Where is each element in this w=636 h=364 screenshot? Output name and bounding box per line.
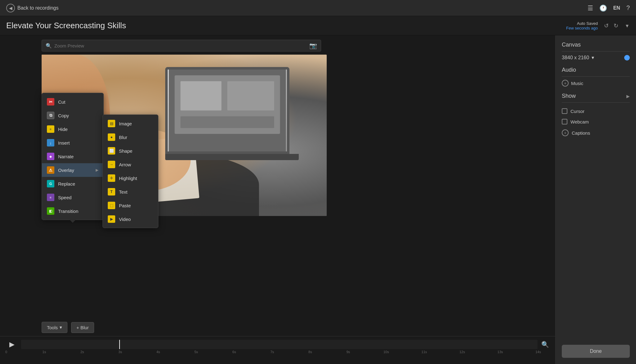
camera-icon[interactable]: 📷 [309, 42, 317, 49]
arrow-label: Arrow [119, 162, 131, 167]
right-sidebar: Canvas 3840 x 2160 ▾ Audio + Music Show … [555, 35, 636, 364]
undo-redo-group: ↺ ↻ [603, 21, 620, 30]
history-icon[interactable]: 🕐 [599, 4, 607, 12]
image-label: Image [119, 121, 132, 126]
show-expand-icon[interactable]: ▶ [626, 94, 630, 99]
tools-label: Tools [47, 325, 58, 330]
captions-add-icon: + [562, 129, 569, 136]
overlay-icon: ⚠ [47, 166, 54, 174]
captions-show-item[interactable]: + Captions [562, 127, 630, 139]
menu-item-hide[interactable]: ≡ Hide [42, 122, 103, 136]
menu-item-cut[interactable]: ✂ Cut [42, 95, 103, 109]
back-arrow-icon: ◀ [6, 4, 15, 12]
tools-button[interactable]: Tools ▾ [42, 322, 67, 333]
highlight-label: Highlight [119, 176, 137, 181]
menu-item-overlay[interactable]: ⚠ Overlay ▶ [42, 163, 103, 177]
copy-icon: ⧉ [47, 112, 54, 119]
menu-item-insert[interactable]: ↓ Insert [42, 136, 103, 150]
laptop-screen-content [168, 70, 287, 151]
paste-icon: ⬚ [108, 202, 115, 209]
done-button[interactable]: Done [562, 345, 630, 358]
blur-icon: ● [108, 133, 115, 141]
time-1s: 1s [43, 350, 46, 354]
arrow-icon: → [108, 161, 115, 168]
overlay-shape[interactable]: ⬜ Shape [103, 144, 158, 158]
expand-button[interactable]: ▾ [625, 21, 630, 30]
canvas-section-title: Canvas [562, 42, 630, 52]
center-area: 🔍 📷 [0, 35, 555, 364]
time-6s: 6s [232, 350, 236, 354]
svg-rect-4 [180, 116, 274, 128]
add-music-icon: + [562, 80, 569, 87]
main-layout: 🔍 📷 [0, 35, 636, 364]
zoom-preview-input[interactable] [54, 43, 309, 48]
laptop-screen [165, 67, 289, 154]
help-icon[interactable]: ? [626, 4, 630, 11]
menu-item-speed[interactable]: ≡ Speed [42, 191, 103, 204]
svg-rect-3 [227, 81, 274, 110]
overlay-submenu-arrow: ▶ [96, 168, 98, 172]
time-10s: 10s [384, 350, 389, 354]
paste-label: Paste [119, 203, 131, 208]
audio-section: Audio + Music [562, 67, 630, 87]
undo-button[interactable]: ↺ [603, 21, 610, 30]
timeline: ▶ 0:02.40 🔍 0 1s 2s 3s 4s 5s [0, 336, 555, 364]
playhead [119, 340, 120, 349]
language-button[interactable]: EN [613, 5, 620, 11]
menu-item-transition[interactable]: ◧ Transition [42, 204, 103, 218]
back-label: Back to recordings [17, 5, 59, 11]
time-12s: 12s [459, 350, 465, 354]
add-music-button[interactable]: + Music [562, 80, 630, 87]
insert-label: Insert [58, 140, 70, 146]
overlay-text[interactable]: T Text [103, 185, 158, 199]
overlay-blur[interactable]: ● Blur [103, 130, 158, 144]
time-4s: 4s [157, 350, 160, 354]
callout-arrow [70, 220, 76, 223]
search-bar: 🔍 📷 [42, 40, 321, 52]
highlight-icon: ✛ [108, 174, 115, 182]
overlay-video[interactable]: ▶ Video [103, 212, 158, 226]
canvas-size-selector[interactable]: 3840 x 2160 ▾ [562, 55, 630, 61]
webcam-show-item[interactable]: Webcam [562, 116, 630, 127]
back-button[interactable]: ◀ Back to recordings [6, 4, 59, 12]
text-label: Text [119, 189, 128, 195]
redo-button[interactable]: ↻ [612, 21, 620, 30]
overlay-image[interactable]: ▤ Image [103, 117, 158, 130]
overlay-paste[interactable]: ⬚ Paste [103, 199, 158, 212]
laptop [165, 67, 302, 179]
cut-icon: ✂ [47, 98, 54, 106]
menu-item-copy[interactable]: ⧉ Copy [42, 109, 103, 122]
replace-label: Replace [58, 181, 75, 186]
webcam-checkbox[interactable] [562, 119, 567, 124]
add-blur-button[interactable]: + Blur [71, 322, 94, 333]
canvas-section: Canvas 3840 x 2160 ▾ [562, 42, 630, 61]
canvas-size-arrow-icon: ▾ [592, 55, 594, 61]
blur-label: + Blur [76, 325, 89, 330]
captions-label: Captions [572, 130, 590, 136]
speed-label: Speed [58, 195, 71, 200]
menu-item-narrate[interactable]: ◈ Narrate [42, 150, 103, 163]
overlay-highlight[interactable]: ✛ Highlight [103, 171, 158, 185]
replace-icon: G [47, 180, 54, 187]
time-9s: 9s [346, 350, 350, 354]
time-0: 0 [5, 350, 7, 354]
time-3s: 3s [118, 350, 122, 354]
top-right-controls: ☰ 🕐 EN ? [588, 4, 630, 12]
time-14s: 14s [535, 350, 541, 354]
project-title: Elevate Your Screencasting Skills [6, 21, 126, 30]
menu-item-replace[interactable]: G Replace [42, 177, 103, 191]
timeline-search-icon[interactable]: 🔍 [541, 341, 549, 348]
context-menu-overlay: ▤ Image ● Blur ⬜ Shape → Arrow ✛ Highlig… [102, 115, 158, 228]
play-button[interactable]: ▶ [6, 339, 17, 350]
tools-bar: Tools ▾ + Blur [0, 319, 555, 336]
list-icon[interactable]: ☰ [588, 4, 593, 12]
transition-icon: ◧ [47, 207, 54, 215]
cursor-checkbox[interactable] [562, 108, 567, 114]
time-11s: 11s [421, 350, 427, 354]
show-section: Show ▶ Cursor Webcam + Captions [562, 93, 630, 139]
cursor-show-item[interactable]: Cursor [562, 106, 630, 116]
title-right: Auto Saved Few seconds ago ↺ ↻ ▾ [566, 21, 630, 30]
canvas-color-dot [624, 55, 630, 61]
overlay-arrow[interactable]: → Arrow [103, 158, 158, 171]
tools-arrow-icon: ▾ [60, 325, 62, 330]
